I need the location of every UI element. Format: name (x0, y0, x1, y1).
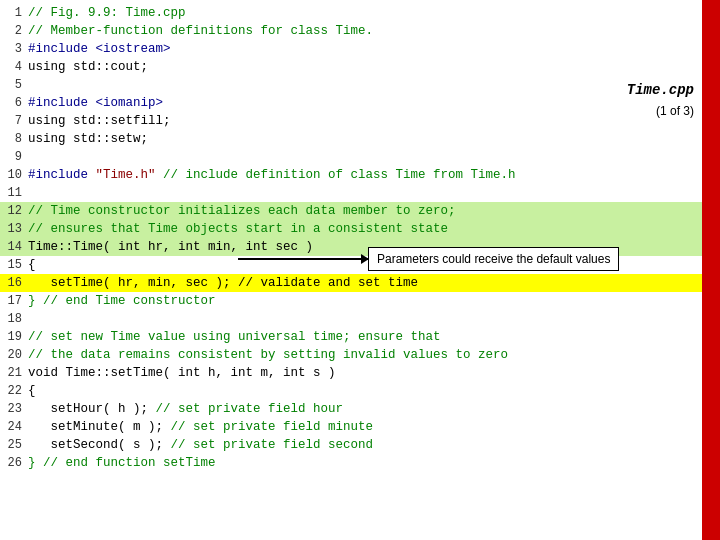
code-line: 2// Member-function definitions for clas… (0, 22, 720, 40)
line-content: } // end Time constructor (28, 292, 720, 310)
code-line: 6#include <iomanip> (0, 94, 720, 112)
line-number: 13 (0, 220, 28, 238)
line-content: // the data remains consistent by settin… (28, 346, 720, 364)
right-bar (702, 0, 720, 540)
tooltip-box: Parameters could receive the default val… (368, 247, 619, 271)
line-number: 18 (0, 310, 28, 328)
code-line: 5 (0, 76, 720, 94)
line-number: 23 (0, 400, 28, 418)
line-number: 1 (0, 4, 28, 22)
code-line: 25 setSecond( s ); // set private field … (0, 436, 720, 454)
line-content: #include "Time.h" // include definition … (28, 166, 720, 184)
code-line: 18 (0, 310, 720, 328)
line-number: 15 (0, 256, 28, 274)
line-content: } // end function setTime (28, 454, 720, 472)
code-line: 9 (0, 148, 720, 166)
line-number: 19 (0, 328, 28, 346)
code-line: 19// set new Time value using universal … (0, 328, 720, 346)
line-number: 9 (0, 148, 28, 166)
code-line: 4using std::cout; (0, 58, 720, 76)
line-content: #include <iomanip> (28, 94, 720, 112)
line-content: using std::setfill; (28, 112, 720, 130)
code-line: 10#include "Time.h" // include definitio… (0, 166, 720, 184)
line-number: 24 (0, 418, 28, 436)
code-line: 17} // end Time constructor (0, 292, 720, 310)
code-line: 12// Time constructor initializes each d… (0, 202, 720, 220)
line-number: 14 (0, 238, 28, 256)
code-line: 3#include <iostream> (0, 40, 720, 58)
line-number: 8 (0, 130, 28, 148)
line-content: setMinute( m ); // set private field min… (28, 418, 720, 436)
code-line: 8using std::setw; (0, 130, 720, 148)
code-line: 11 (0, 184, 720, 202)
page-label: (1 of 3) (656, 104, 694, 118)
code-line: 20// the data remains consistent by sett… (0, 346, 720, 364)
line-content: void Time::setTime( int h, int m, int s … (28, 364, 720, 382)
code-line: 13// ensures that Time objects start in … (0, 220, 720, 238)
line-content: { (28, 382, 720, 400)
line-content: #include <iostream> (28, 40, 720, 58)
code-line: 1// Fig. 9.9: Time.cpp (0, 4, 720, 22)
line-content: setHour( h ); // set private field hour (28, 400, 720, 418)
line-number: 6 (0, 94, 28, 112)
tooltip-area: Parameters could receive the default val… (238, 247, 619, 271)
line-number: 26 (0, 454, 28, 472)
line-content: // Fig. 9.9: Time.cpp (28, 4, 720, 22)
code-line: 16 setTime( hr, min, sec ); // validate … (0, 274, 720, 292)
line-number: 3 (0, 40, 28, 58)
line-number: 25 (0, 436, 28, 454)
line-number: 4 (0, 58, 28, 76)
code-line: 21void Time::setTime( int h, int m, int … (0, 364, 720, 382)
line-content: // set new Time value using universal ti… (28, 328, 720, 346)
code-line: 22{ (0, 382, 720, 400)
line-content: // Member-function definitions for class… (28, 22, 720, 40)
line-content: // Time constructor initializes each dat… (28, 202, 720, 220)
line-number: 17 (0, 292, 28, 310)
line-number: 10 (0, 166, 28, 184)
line-number: 11 (0, 184, 28, 202)
line-number: 12 (0, 202, 28, 220)
line-number: 2 (0, 22, 28, 40)
code-line: 26} // end function setTime (0, 454, 720, 472)
line-content: setTime( hr, min, sec ); // validate and… (28, 274, 720, 292)
line-number: 22 (0, 382, 28, 400)
line-number: 5 (0, 76, 28, 94)
code-line: 23 setHour( h ); // set private field ho… (0, 400, 720, 418)
line-content: using std::setw; (28, 130, 720, 148)
file-label: Time.cpp (627, 82, 694, 98)
line-content: // ensures that Time objects start in a … (28, 220, 720, 238)
code-line: 7using std::setfill; (0, 112, 720, 130)
line-number: 20 (0, 346, 28, 364)
line-number: 7 (0, 112, 28, 130)
line-number: 21 (0, 364, 28, 382)
code-line: 24 setMinute( m ); // set private field … (0, 418, 720, 436)
line-content: using std::cout; (28, 58, 720, 76)
line-content: setSecond( s ); // set private field sec… (28, 436, 720, 454)
arrow-line (238, 258, 368, 260)
line-number: 16 (0, 274, 28, 292)
